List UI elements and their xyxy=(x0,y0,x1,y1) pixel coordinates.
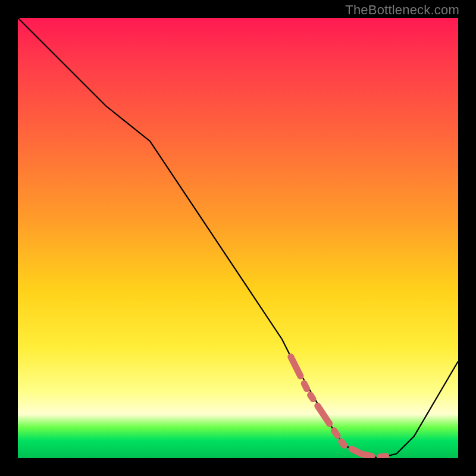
curve-layer xyxy=(18,18,458,458)
watermark-text: TheBottleneck.com xyxy=(345,2,459,18)
main-curve xyxy=(18,18,458,458)
plot-area xyxy=(18,18,458,458)
optimum-dash xyxy=(291,357,388,457)
chart-container: TheBottleneck.com xyxy=(0,0,476,476)
